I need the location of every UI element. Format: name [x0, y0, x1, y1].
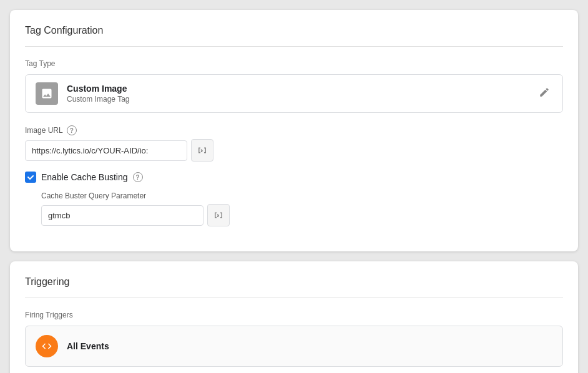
- tag-type-info: Custom Image Custom Image Tag: [67, 84, 130, 104]
- tag-configuration-card: Tag Configuration Tag Type Custom Image …: [10, 10, 578, 251]
- tag-type-name: Custom Image: [67, 84, 130, 94]
- firing-triggers-label: Firing Triggers: [25, 311, 563, 319]
- image-url-field-label: Image URL ?: [25, 125, 563, 135]
- image-url-help-icon[interactable]: ?: [67, 125, 77, 135]
- tag-config-title: Tag Configuration: [25, 25, 563, 47]
- image-url-input[interactable]: [25, 140, 187, 161]
- tag-type-box: Custom Image Custom Image Tag: [25, 74, 563, 113]
- edit-tag-type-button[interactable]: [536, 84, 552, 104]
- cache-buster-input-row: [41, 204, 563, 226]
- tag-type-icon: [36, 82, 58, 105]
- cache-buster-param-input[interactable]: [41, 205, 203, 226]
- cache-busting-help-icon[interactable]: ?: [133, 172, 143, 182]
- cache-buster-param-label: Cache Buster Query Parameter: [41, 191, 563, 200]
- cache-busting-label: Enable Cache Busting: [41, 172, 128, 182]
- trigger-name: All Events: [67, 341, 109, 351]
- triggering-card: Triggering Firing Triggers All Events: [10, 261, 578, 373]
- cache-buster-variable-button[interactable]: [207, 204, 230, 226]
- image-url-label-text: Image URL: [25, 126, 63, 135]
- image-url-input-row: [25, 139, 563, 162]
- trigger-icon: [36, 335, 58, 357]
- trigger-item[interactable]: All Events: [25, 326, 563, 367]
- cache-busting-row[interactable]: Enable Cache Busting ?: [25, 172, 563, 183]
- cache-buster-param-section: Cache Buster Query Parameter: [41, 191, 563, 226]
- cache-busting-checkbox[interactable]: [25, 172, 36, 183]
- triggering-title: Triggering: [25, 276, 563, 298]
- tag-type-left: Custom Image Custom Image Tag: [36, 82, 130, 105]
- tag-type-subtitle: Custom Image Tag: [67, 95, 130, 104]
- tag-type-label: Tag Type: [25, 59, 563, 68]
- image-url-variable-button[interactable]: [191, 139, 213, 162]
